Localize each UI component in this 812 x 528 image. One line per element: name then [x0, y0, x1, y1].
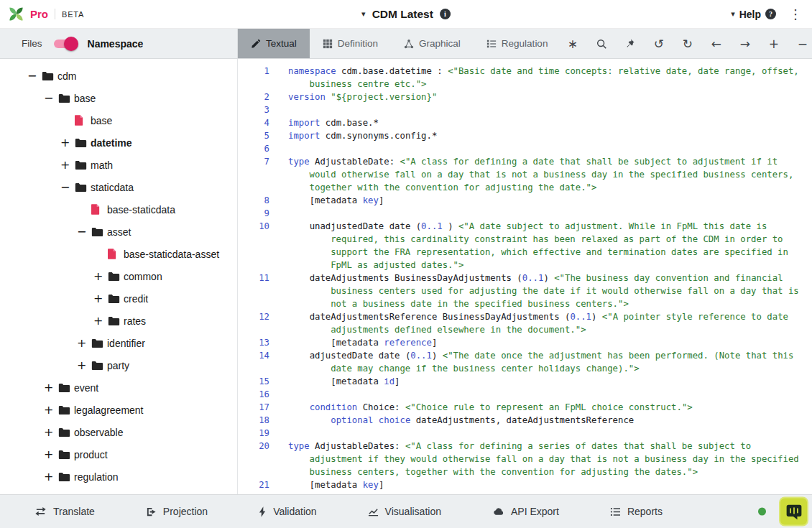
expand-icon[interactable]: + [44, 381, 58, 394]
tab-label: Definition [338, 38, 378, 49]
tree-item-label: base [91, 115, 112, 126]
folder-icon [58, 93, 74, 103]
file-icon [91, 204, 107, 215]
tree-item-clipped[interactable]: + [0, 488, 237, 494]
folder-icon [58, 405, 74, 415]
tree-item-datetime[interactable]: +datetime [0, 131, 237, 154]
expand-icon[interactable]: + [77, 336, 91, 350]
code-line: 2version "${project.version}" [238, 91, 812, 103]
tree-item-observable[interactable]: +observable [0, 421, 237, 443]
tab-definition[interactable]: Definition [310, 29, 391, 58]
code-line: 18 optional choice dateAdjustments, date… [238, 414, 812, 427]
projection-button[interactable]: Projection [146, 506, 208, 517]
line-number: 10 [238, 220, 269, 272]
undo-button[interactable]: ↺ [647, 32, 670, 55]
api-export-button[interactable]: API Export [492, 506, 559, 517]
code-line: 15 [metadata id] [238, 375, 812, 388]
visualisation-button[interactable]: Visualisation [368, 506, 441, 517]
folder-icon [75, 182, 91, 193]
asterisk-button[interactable]: ∗ [560, 32, 584, 55]
expand-icon[interactable]: + [93, 269, 108, 283]
cloud-icon [492, 507, 504, 517]
expand-icon[interactable]: + [44, 425, 58, 439]
code-text: dateAdjustments BusinessDayAdjustments (… [288, 272, 804, 310]
tree-item-base-staticdata-asset[interactable]: base-staticdata-asset [0, 243, 237, 265]
tree-item-regulation[interactable]: +regulation [0, 466, 237, 488]
tree-item-rates[interactable]: +rates [0, 310, 237, 332]
info-icon[interactable]: i [440, 9, 451, 19]
code-line: 6 [238, 142, 812, 155]
chevron-down-icon: ▾ [731, 10, 735, 18]
tab-graphical[interactable]: Graphical [391, 29, 474, 58]
expand-icon[interactable]: + [44, 403, 58, 417]
code-line: 20type AdjustableDates: <"A class for de… [238, 440, 812, 478]
redo-button[interactable]: ↻ [675, 32, 699, 55]
tree-item-credit[interactable]: +credit [0, 287, 237, 310]
kebab-menu-icon[interactable]: ⋮ [786, 8, 805, 21]
line-number: 6 [238, 142, 269, 155]
code-line: 19 [238, 427, 812, 440]
expand-icon[interactable]: + [77, 358, 91, 372]
reports-button[interactable]: Reports [610, 506, 663, 517]
expand-icon[interactable]: + [93, 292, 108, 305]
translate-button[interactable]: Translate [34, 506, 95, 517]
tree-item-legalagreement[interactable]: +legalagreement [0, 399, 237, 421]
search-button[interactable] [589, 32, 613, 55]
expand-icon[interactable]: + [60, 136, 75, 149]
line-number: 15 [238, 375, 269, 388]
expand-icon[interactable]: + [60, 158, 75, 172]
folder-icon [75, 160, 91, 170]
tree-item-math[interactable]: +math [0, 154, 237, 176]
graph-nodes-icon [404, 39, 414, 49]
code-text: condition Choice: <"Choice rule to repre… [288, 401, 804, 414]
line-number: 20 [238, 440, 269, 478]
pin-button[interactable] [618, 32, 642, 55]
tree-item-event[interactable]: +event [0, 376, 237, 399]
code-line: 5import cdm.synonyms.config.* [238, 129, 812, 142]
tree-item-identifier[interactable]: +identifier [0, 332, 237, 354]
zoom-out-button[interactable]: − [790, 32, 812, 55]
help-menu[interactable]: ▾ Help ? [731, 9, 776, 20]
tree-item-product[interactable]: +product [0, 443, 237, 466]
back-button[interactable]: ← [704, 32, 728, 55]
tree-item-base[interactable]: base [0, 109, 237, 131]
tree-item-asset[interactable]: −asset [0, 221, 237, 243]
workspace-selector[interactable]: ▾ CDM Latest i [361, 0, 451, 28]
code-line: 13 [metadata reference] [238, 336, 812, 349]
main-area: −cdm−basebase+datetime+math−staticdataba… [0, 59, 812, 494]
file-icon [108, 249, 124, 259]
tree-item-common[interactable]: +common [0, 265, 237, 287]
code-editor[interactable]: 1namespace cdm.base.datetime : <"Basic d… [238, 59, 812, 494]
expand-icon[interactable]: + [44, 448, 58, 461]
code-line: 11 dateAdjustments BusinessDayAdjustment… [238, 272, 812, 310]
code-text: [metadata key] [288, 478, 804, 491]
collapse-icon[interactable]: − [77, 225, 91, 238]
tree-item-staticdata[interactable]: −staticdata [0, 176, 237, 198]
folder-icon [91, 338, 107, 348]
collapse-icon[interactable]: − [44, 91, 58, 105]
tab-regulation[interactable]: Regulation [474, 29, 561, 58]
code-line: 10 unadjustedDate date (0..1 ) <"A date … [238, 220, 812, 272]
tree-item-party[interactable]: +party [0, 354, 237, 376]
expand-icon[interactable]: + [44, 470, 58, 483]
tree-item-label: product [74, 449, 108, 460]
validation-button[interactable]: Validation [259, 506, 316, 517]
collapse-icon[interactable]: − [27, 69, 42, 83]
collapse-icon[interactable]: − [60, 180, 75, 194]
tree-item-label: base-staticdata [107, 204, 175, 216]
tree-item-base[interactable]: −base [0, 87, 237, 109]
code-text: namespace cdm.base.datetime : <"Basic da… [288, 65, 804, 91]
expand-icon[interactable]: + [93, 314, 108, 328]
tree-item-cdm[interactable]: −cdm [0, 65, 237, 87]
tab-textual[interactable]: Textual [238, 29, 310, 58]
code-text: version "${project.version}" [288, 91, 804, 103]
folder-icon [58, 472, 74, 482]
files-namespace-toggle[interactable] [54, 40, 76, 48]
chat-widget-button[interactable] [779, 497, 808, 527]
tree-item-label: asset [107, 226, 131, 238]
tree-item-base-staticdata[interactable]: base-staticdata [0, 198, 237, 221]
tree-item-label: event [74, 382, 98, 394]
zoom-in-button[interactable]: + [762, 32, 785, 55]
tree-item-label: rates [124, 315, 146, 327]
forward-button[interactable]: → [733, 32, 757, 55]
